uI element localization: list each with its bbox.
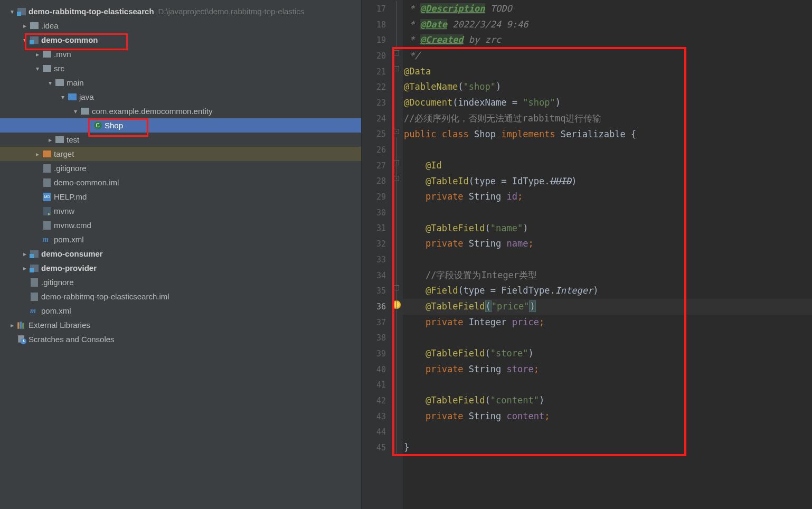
code-editor-panel[interactable]: 17 18 19 20 21 22 23 24 25 26 27 28 29 3…: [362, 0, 812, 509]
chevron-right-icon[interactable]: [22, 250, 27, 258]
tree-item-gitignore[interactable]: .gitignore: [0, 161, 361, 175]
code-line[interactable]: [403, 378, 812, 393]
chevron-down-icon[interactable]: [35, 65, 40, 72]
line-number[interactable]: 41: [362, 378, 392, 393]
project-tree-panel[interactable]: demo-rabbitmq-top-elasticsearch D:\javap…: [0, 0, 362, 509]
code-line[interactable]: * @Created by zrc: [403, 32, 812, 48]
fold-gutter[interactable]: - - - - - -: [392, 0, 403, 509]
tree-item-help[interactable]: MD HELP.md: [0, 190, 361, 204]
line-number[interactable]: 36: [362, 299, 392, 315]
line-number[interactable]: 24: [362, 111, 392, 127]
code-line[interactable]: //字段设置为Integer类型: [403, 268, 812, 284]
chevron-down-icon[interactable]: [48, 79, 53, 87]
line-number-gutter[interactable]: 17 18 19 20 21 22 23 24 25 26 27 28 29 3…: [362, 0, 392, 509]
chevron-down-icon[interactable]: [22, 36, 27, 44]
tree-item-pom-root[interactable]: m pom.xml: [0, 304, 361, 318]
tree-item-src[interactable]: src: [0, 61, 361, 76]
tree-item-external-libraries[interactable]: External Libraries: [0, 318, 361, 332]
chevron-right-icon[interactable]: [35, 51, 40, 58]
code-line[interactable]: private String store;: [403, 362, 812, 378]
code-line[interactable]: }: [403, 440, 812, 456]
code-text-area[interactable]: * @Description TODO * @Date 2022/3/24 9:…: [403, 0, 812, 509]
line-number[interactable]: 29: [362, 189, 392, 205]
code-line[interactable]: @TableField("name"): [403, 221, 812, 237]
code-line[interactable]: private String id;: [403, 189, 812, 205]
code-line[interactable]: * @Date 2022/3/24 9:46: [403, 17, 812, 33]
chevron-down-icon[interactable]: [60, 93, 65, 101]
code-line[interactable]: [403, 142, 812, 158]
line-number[interactable]: 37: [362, 315, 392, 331]
line-number[interactable]: 22: [362, 79, 392, 95]
code-line[interactable]: [403, 425, 812, 440]
chevron-right-icon[interactable]: [35, 150, 40, 158]
tree-item-scratches[interactable]: Scratches and Consoles: [0, 332, 361, 346]
line-number[interactable]: 44: [362, 425, 392, 440]
line-number[interactable]: 40: [362, 362, 392, 378]
fold-marker-icon[interactable]: -: [394, 129, 399, 134]
line-number[interactable]: 39: [362, 346, 392, 362]
line-number[interactable]: 42: [362, 393, 392, 409]
lightbulb-icon[interactable]: [392, 300, 401, 309]
chevron-right-icon[interactable]: [22, 265, 27, 272]
tree-item-test[interactable]: test: [0, 133, 361, 147]
code-line[interactable]: @Field(type = FieldType.Integer): [403, 283, 812, 299]
tree-item-mvnw[interactable]: mvnw: [0, 204, 361, 218]
tree-item-mvn[interactable]: .mvn: [0, 47, 361, 61]
code-line[interactable]: //必须序列化，否则无法通过rabbitmq进行传输: [403, 111, 812, 127]
fold-marker-icon[interactable]: -: [394, 176, 399, 181]
tree-item-pom[interactable]: m pom.xml: [0, 232, 361, 247]
code-line[interactable]: private String name;: [403, 236, 812, 252]
tree-item-demo-consumer[interactable]: demo-consumer: [0, 247, 361, 261]
chevron-right-icon[interactable]: [22, 22, 27, 30]
line-number[interactable]: 18: [362, 17, 392, 33]
code-line[interactable]: [403, 330, 812, 346]
line-number[interactable]: 26: [362, 142, 392, 158]
code-line[interactable]: @Data: [403, 64, 812, 80]
tree-item-idea[interactable]: .idea: [0, 18, 361, 33]
code-line[interactable]: @TableName("shop"): [403, 79, 812, 95]
code-line[interactable]: */: [403, 48, 812, 64]
fold-marker-icon[interactable]: -: [394, 66, 399, 71]
tree-item-demo-provider[interactable]: demo-provider: [0, 261, 361, 275]
line-number[interactable]: 33: [362, 252, 392, 268]
line-number[interactable]: 32: [362, 236, 392, 252]
tree-item-shop[interactable]: C Shop: [0, 118, 361, 133]
line-number[interactable]: 45: [362, 440, 392, 456]
tree-item-demo-common[interactable]: demo-common: [0, 33, 361, 47]
code-line[interactable]: @TableField("content"): [403, 393, 812, 409]
tree-item-gitignore-root[interactable]: .gitignore: [0, 275, 361, 289]
tree-root[interactable]: demo-rabbitmq-top-elasticsearch D:\javap…: [0, 4, 361, 18]
line-number[interactable]: 19: [362, 32, 392, 48]
tree-item-mvnw-cmd[interactable]: mvnw.cmd: [0, 218, 361, 232]
line-number[interactable]: 17: [362, 1, 392, 17]
line-number[interactable]: 20: [362, 48, 392, 64]
tree-item-package[interactable]: com.example.democommon.entity: [0, 104, 361, 118]
code-line[interactable]: @TableField("store"): [403, 346, 812, 362]
line-number[interactable]: 25: [362, 127, 392, 143]
chevron-down-icon[interactable]: [73, 108, 78, 115]
chevron-right-icon[interactable]: [10, 322, 15, 329]
tree-item-target[interactable]: target: [0, 147, 361, 161]
tree-item-java[interactable]: java: [0, 90, 361, 104]
code-line[interactable]: private String content;: [403, 409, 812, 425]
line-number[interactable]: 43: [362, 409, 392, 425]
line-number[interactable]: 30: [362, 205, 392, 221]
chevron-right-icon[interactable]: [48, 136, 53, 144]
code-line[interactable]: [403, 252, 812, 268]
code-line[interactable]: * @Description TODO: [403, 1, 812, 17]
code-line[interactable]: @Id: [403, 158, 812, 174]
line-number[interactable]: 28: [362, 174, 392, 190]
line-number[interactable]: 21: [362, 64, 392, 80]
line-number[interactable]: 27: [362, 158, 392, 174]
tree-item-root-iml[interactable]: demo-rabbitmq-top-elasticsearch.iml: [0, 289, 361, 304]
code-line[interactable]: @TableId(type = IdType.UUID): [403, 174, 812, 190]
code-line[interactable]: @TableField("price"): [403, 299, 812, 315]
code-line[interactable]: @Document(indexName = "shop"): [403, 95, 812, 111]
tree-item-iml[interactable]: demo-common.iml: [0, 175, 361, 190]
code-line[interactable]: public class Shop implements Serializabl…: [403, 127, 812, 143]
line-number[interactable]: 31: [362, 221, 392, 237]
fold-marker-icon[interactable]: -: [394, 50, 399, 55]
line-number[interactable]: 38: [362, 330, 392, 346]
code-line[interactable]: [403, 205, 812, 221]
fold-marker-icon[interactable]: -: [394, 160, 399, 165]
